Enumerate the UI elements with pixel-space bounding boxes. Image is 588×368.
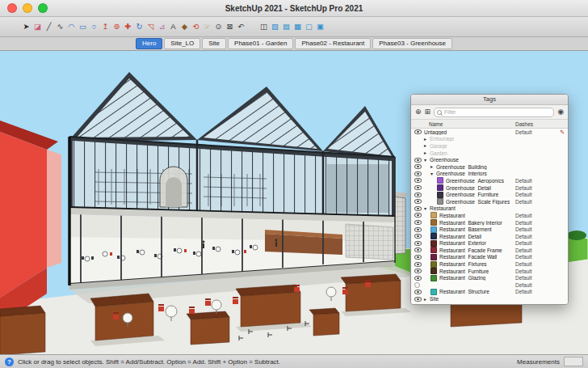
visibility-eye-icon[interactable]: [414, 227, 424, 232]
details-icon[interactable]: ◉: [557, 108, 564, 116]
tag-color-swatch[interactable]: [430, 226, 437, 233]
visibility-eye-icon[interactable]: [414, 129, 424, 134]
freehand-tool[interactable]: ∿: [55, 20, 65, 33]
shaded-style-tool[interactable]: ▣: [315, 20, 326, 33]
rectangle-tool[interactable]: ▭: [78, 20, 88, 33]
tag-color-swatch[interactable]: [430, 212, 437, 218]
expander-open-icon[interactable]: ▾: [424, 206, 430, 211]
tag-row[interactable]: Restaurant_Bakery InteriorDefault: [411, 219, 568, 226]
tag-row[interactable]: Greenhouse_DetailDefault: [411, 184, 568, 192]
zoom-extents-tool[interactable]: ⊠: [225, 20, 235, 33]
x-ray-style-tool[interactable]: ▧: [270, 20, 280, 33]
tag-row[interactable]: Greenhouse_AeroponicsDefault: [411, 177, 568, 184]
rotate-tool[interactable]: ↻: [134, 20, 145, 33]
previous-view-tool[interactable]: ↶: [236, 20, 246, 33]
tag-color-swatch[interactable]: [430, 219, 437, 226]
tag-color-swatch[interactable]: [430, 261, 437, 268]
visibility-eye-icon[interactable]: [414, 297, 424, 302]
tag-row[interactable]: ▸Entourage: [411, 136, 568, 143]
tag-row[interactable]: Greenhouse_Scale FiguresDefault: [411, 198, 568, 205]
visibility-off-icon[interactable]: [414, 282, 424, 288]
scene-tab-site-lo[interactable]: Site_LO: [164, 38, 200, 49]
tag-dashes[interactable]: Default: [515, 240, 532, 246]
tag-dashes[interactable]: Default: [515, 226, 532, 232]
visibility-eye-icon[interactable]: [414, 213, 424, 218]
visibility-eye-icon[interactable]: [414, 234, 424, 239]
tag-color-swatch[interactable]: [430, 240, 437, 247]
expander-open-icon[interactable]: ▾: [424, 158, 430, 163]
tag-dashes[interactable]: Default: [515, 234, 532, 239]
visibility-eye-icon[interactable]: [414, 276, 424, 281]
visibility-eye-icon[interactable]: [414, 206, 424, 211]
tag-row[interactable]: Restaurant_Facade FrameDefault: [411, 247, 568, 254]
visibility-eye-icon[interactable]: [414, 247, 424, 252]
tag-row[interactable]: ▸Greenhouse_Building: [411, 163, 568, 171]
wireframe-style-tool[interactable]: ▦: [292, 20, 303, 33]
visibility-eye-icon[interactable]: [414, 199, 424, 204]
tag-color-swatch[interactable]: [430, 254, 437, 260]
push-pull-tool[interactable]: ↥: [100, 20, 111, 33]
expander-open-icon[interactable]: ▾: [430, 171, 436, 176]
tag-row[interactable]: ▾Greenhouse: [411, 156, 568, 163]
visibility-eye-icon[interactable]: [414, 290, 424, 294]
expander-closed-icon[interactable]: ▸: [424, 137, 430, 142]
tag-dashes[interactable]: Default: [515, 275, 532, 281]
tag-row[interactable]: Restaurant_DetailDefault: [411, 233, 568, 240]
tag-row[interactable]: ▸Site: [411, 295, 568, 302]
measurements-input[interactable]: [564, 357, 583, 366]
orbit-tool[interactable]: ⟲: [191, 20, 201, 33]
tag-color-swatch[interactable]: [437, 198, 443, 205]
tag-color-swatch[interactable]: [430, 268, 437, 274]
tag-row[interactable]: ▸Garage: [411, 142, 568, 150]
tag-color-swatch[interactable]: [437, 192, 443, 198]
tag-dashes[interactable]: Default: [515, 282, 532, 288]
tag-dashes[interactable]: Default: [515, 129, 532, 135]
back-edges-style-tool[interactable]: ▤: [281, 20, 292, 33]
expander-closed-icon[interactable]: ▸: [424, 297, 430, 302]
close-button[interactable]: [7, 3, 17, 13]
scene-tab-site[interactable]: Site: [202, 38, 226, 49]
visibility-eye-icon[interactable]: [414, 192, 424, 197]
scene-tab-phase02-restaurant[interactable]: Phase02 - Restaurant: [295, 38, 371, 49]
visibility-eye-icon[interactable]: [414, 262, 424, 267]
tag-color-swatch[interactable]: [430, 275, 437, 281]
zoom-tool[interactable]: ⊙: [213, 20, 224, 33]
visibility-eye-icon[interactable]: [414, 255, 424, 260]
expander-closed-icon[interactable]: ▸: [430, 164, 436, 169]
tag-color-swatch[interactable]: [437, 184, 443, 191]
tag-row[interactable]: Restaurant_GlazingDefault: [411, 274, 568, 281]
tag-row[interactable]: ▾Greenhouse_Interiors: [411, 171, 568, 178]
visibility-eye-icon[interactable]: [414, 241, 424, 246]
tags-panel-title[interactable]: Tags: [411, 95, 568, 105]
tag-row[interactable]: Restaurant_StructureDefault: [411, 289, 568, 296]
text-tool[interactable]: A: [168, 20, 178, 33]
tag-row[interactable]: Default: [411, 281, 568, 289]
offset-tool[interactable]: ⊚: [111, 20, 122, 33]
tag-dashes[interactable]: Default: [515, 199, 532, 205]
tag-color-swatch[interactable]: [437, 177, 443, 184]
scene-tab-hero[interactable]: Hero: [136, 38, 162, 49]
move-tool[interactable]: ✚: [123, 20, 133, 33]
tag-color-swatch[interactable]: [430, 233, 437, 239]
filter-search-input[interactable]: Filter: [434, 108, 554, 117]
tag-dashes[interactable]: Default: [515, 178, 532, 184]
add-tag-folder-icon[interactable]: ⊞: [425, 108, 431, 116]
expander-closed-icon[interactable]: ▸: [424, 143, 430, 148]
tag-dashes[interactable]: Default: [515, 213, 532, 218]
tag-row[interactable]: ▸Garden: [411, 150, 568, 157]
tag-row[interactable]: Greenhouse_FurnitureDefault: [411, 191, 568, 198]
tape-measure-tool[interactable]: ⊿: [157, 20, 167, 33]
visibility-eye-icon[interactable]: [414, 171, 424, 176]
tag-dashes[interactable]: Default: [515, 192, 532, 197]
scene-tab-phase01-garden[interactable]: Phase01 - Garden: [228, 38, 293, 49]
pan-tool[interactable]: ☞: [202, 20, 212, 33]
name-column-header[interactable]: Name: [429, 121, 443, 127]
hidden-line-style-tool[interactable]: ▢: [304, 20, 314, 33]
visibility-eye-icon[interactable]: [414, 178, 424, 183]
tag-dashes[interactable]: Default: [515, 185, 532, 191]
visibility-eye-icon[interactable]: [414, 269, 424, 273]
tag-row[interactable]: Restaurant_ExteriorDefault: [411, 240, 568, 247]
tag-row[interactable]: Restaurant_Facade WallDefault: [411, 254, 568, 261]
tag-row[interactable]: ▾Restaurant: [411, 205, 568, 213]
tag-dashes[interactable]: Default: [515, 289, 532, 294]
